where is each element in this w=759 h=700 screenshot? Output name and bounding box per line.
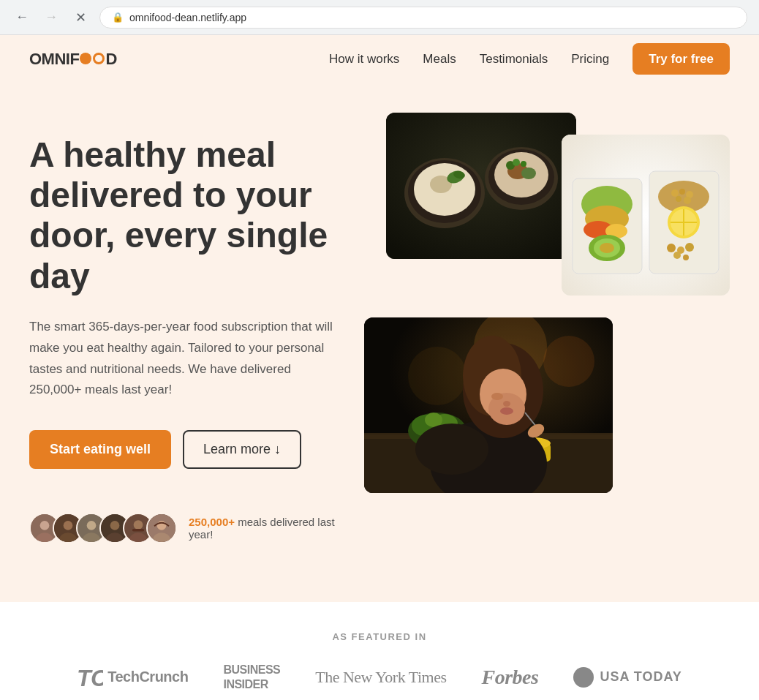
business-insider-logo: BUSINESS INSIDER [223, 663, 280, 690]
refresh-button[interactable]: ✕ [70, 7, 91, 28]
hero-title: A healthy meal delivered to your door, e… [29, 135, 335, 296]
browser-chrome: ← → ✕ 🔒 omnifood-dean.netlify.app [0, 0, 759, 35]
usa-today-logo: USA TODAY [573, 667, 681, 688]
hero-image-bowls [386, 113, 576, 259]
hero-description: The smart 365-days-per-year food subscri… [29, 317, 335, 402]
svg-point-50 [676, 196, 681, 202]
nav-link-pricing[interactable]: Pricing [571, 52, 609, 66]
svg-point-13 [134, 520, 143, 530]
lock-icon: 🔒 [112, 12, 124, 23]
start-eating-well-button[interactable]: Start eating well [29, 430, 171, 469]
featured-logos: TC TechCrunch BUSINESS INSIDER The New Y… [29, 663, 730, 690]
svg-point-80 [415, 424, 488, 475]
navbar: OMNIFD How it works Meals Testimonials P… [0, 35, 759, 83]
featured-section: AS FEATURED IN TC TechCrunch BUSINESS IN… [0, 602, 759, 700]
hero-buttons: Start eating well Learn more ↓ [29, 430, 335, 469]
forward-button[interactable]: → [41, 7, 61, 28]
svg-point-65 [408, 347, 467, 405]
svg-point-60 [683, 255, 689, 260]
hero-image-containers [562, 135, 730, 296]
url-text: omnifood-dean.netlify.app [129, 12, 246, 23]
address-bar[interactable]: 🔒 omnifood-dean.netlify.app [99, 7, 747, 29]
new-york-times-logo: The New York Times [315, 668, 446, 687]
svg-point-56 [667, 244, 676, 252]
svg-point-33 [513, 159, 520, 166]
svg-point-1 [40, 521, 50, 530]
hero-image-person-eating [364, 317, 613, 493]
svg-point-51 [684, 197, 691, 204]
nav-link-meals[interactable]: Meals [423, 52, 456, 66]
forbes-text: Forbes [482, 666, 539, 689]
nyt-text: The New York Times [315, 668, 446, 687]
svg-point-4 [64, 521, 73, 530]
svg-point-86 [503, 401, 510, 407]
svg-point-47 [671, 189, 679, 197]
usatoday-text: USA TODAY [600, 669, 681, 685]
social-proof-text: 250,000+ meals delivered last year! [189, 516, 335, 541]
svg-rect-14 [132, 529, 144, 532]
nav-link-testimonials[interactable]: Testimonials [480, 52, 548, 66]
logo: OMNIFD [29, 50, 117, 69]
svg-point-10 [110, 521, 120, 530]
svg-point-58 [685, 243, 694, 252]
svg-point-85 [491, 393, 503, 400]
meals-count: 250,000+ [189, 516, 235, 528]
svg-point-87 [500, 407, 513, 415]
back-button[interactable]: ← [12, 7, 32, 28]
nav-link-how-it-works[interactable]: How it works [329, 52, 399, 66]
svg-point-48 [679, 189, 685, 195]
techcrunch-logo: TC TechCrunch [77, 664, 188, 690]
learn-more-button[interactable]: Learn more ↓ [183, 430, 301, 469]
logo-o-icon [80, 53, 91, 64]
featured-title: AS FEATURED IN [29, 631, 730, 642]
svg-point-44 [600, 243, 614, 253]
hero-content: A healthy meal delivered to your door, e… [29, 113, 335, 543]
usatoday-dot-icon [573, 667, 594, 688]
forbes-logo: Forbes [482, 666, 539, 689]
svg-point-64 [543, 336, 594, 387]
avatars [29, 513, 177, 543]
page: OMNIFD How it works Meals Testimonials P… [0, 35, 759, 700]
logo-text-part2: D [105, 50, 116, 69]
business-insider-text: BUSINESS INSIDER [223, 663, 280, 690]
logo-text-part1: OMNIF [29, 50, 79, 69]
svg-text:TC: TC [77, 665, 103, 690]
social-proof: 250,000+ meals delivered last year! [29, 513, 335, 543]
avatar-6 [146, 513, 177, 543]
nav-links: How it works Meals Testimonials Pricing … [329, 52, 730, 67]
techcrunch-icon: TC [77, 664, 103, 690]
hero-images [364, 113, 730, 493]
hero-section: A healthy meal delivered to your door, e… [0, 83, 759, 602]
try-for-free-button[interactable]: Try for free [632, 43, 730, 75]
svg-point-34 [521, 161, 526, 167]
svg-point-7 [87, 521, 97, 530]
techcrunch-text: TechCrunch [107, 669, 188, 685]
svg-point-59 [673, 252, 681, 259]
svg-point-31 [521, 168, 536, 179]
logo-o2-icon [93, 53, 105, 64]
